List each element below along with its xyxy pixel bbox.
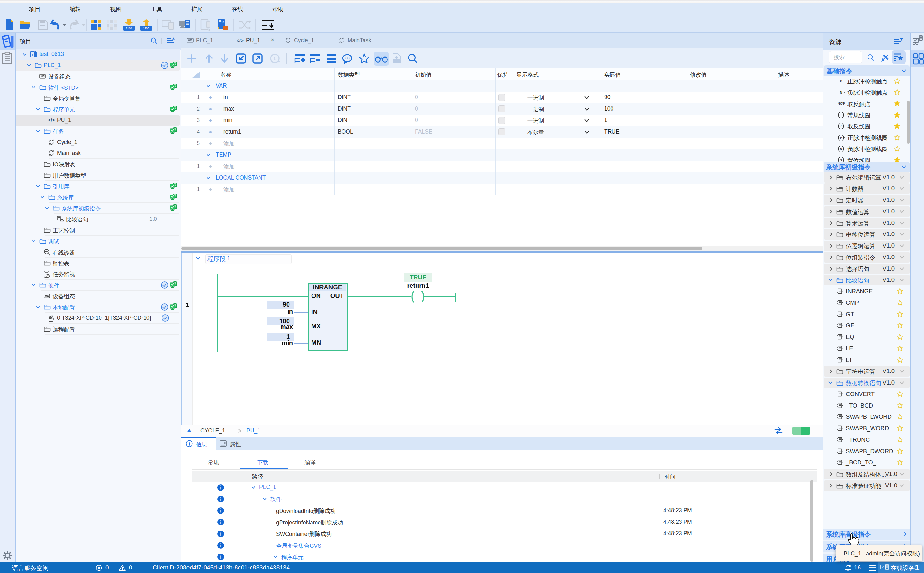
svg-text:S: S bbox=[840, 159, 842, 162]
svg-text:10: 10 bbox=[221, 21, 224, 23]
svg-text:N: N bbox=[840, 147, 842, 151]
svg-text:1: 1 bbox=[273, 56, 276, 61]
svg-text:NOT: NOT bbox=[838, 102, 844, 105]
svg-text:/: / bbox=[841, 125, 842, 128]
svg-text:P: P bbox=[840, 80, 842, 83]
svg-text:1100: 1100 bbox=[126, 27, 132, 30]
svg-text:1100: 1100 bbox=[143, 27, 149, 30]
svg-text:P: P bbox=[840, 136, 842, 139]
svg-text:N: N bbox=[840, 91, 842, 94]
